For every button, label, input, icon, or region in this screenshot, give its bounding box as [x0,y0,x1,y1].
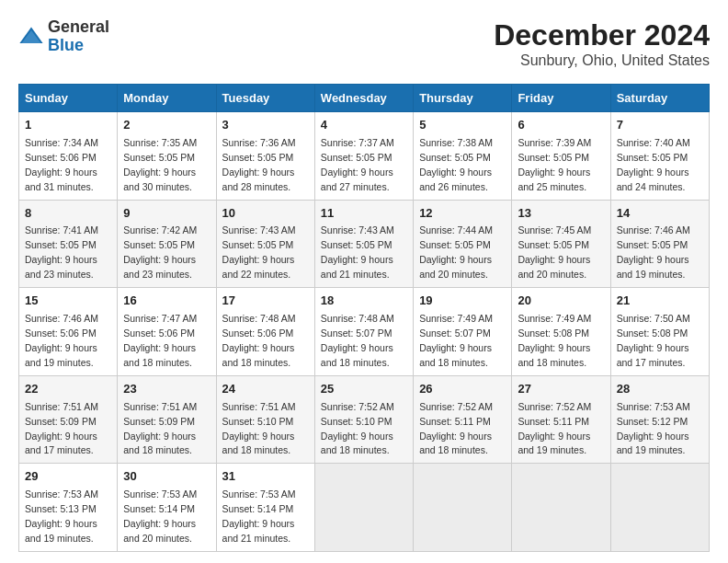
day-header-monday: Monday [118,85,216,112]
calendar-cell: 26 Sunrise: 7:52 AMSunset: 5:11 PMDaylig… [414,375,512,464]
day-sunrise: Sunrise: 7:46 AMSunset: 5:05 PMDaylight:… [617,224,690,280]
day-sunrise: Sunrise: 7:51 AMSunset: 5:09 PMDaylight:… [25,401,98,456]
day-number: 7 [617,117,703,134]
calendar-cell: 12 Sunrise: 7:44 AMSunset: 5:05 PMDaylig… [414,200,512,288]
calendar-cell: 7 Sunrise: 7:40 AMSunset: 5:05 PMDayligh… [610,112,709,201]
day-sunrise: Sunrise: 7:47 AMSunset: 5:06 PMDaylight:… [123,313,197,368]
day-number: 6 [518,117,604,134]
calendar-cell [414,464,512,552]
day-sunrise: Sunrise: 7:53 AMSunset: 5:14 PMDaylight:… [222,488,296,544]
day-number: 25 [321,381,407,398]
calendar-week-2: 8 Sunrise: 7:41 AMSunset: 5:05 PMDayligh… [19,200,710,288]
day-number: 22 [25,381,111,398]
day-number: 24 [222,381,309,398]
day-sunrise: Sunrise: 7:40 AMSunset: 5:05 PMDaylight:… [617,137,690,192]
calendar-cell [314,464,413,552]
day-sunrise: Sunrise: 7:36 AMSunset: 5:05 PMDaylight:… [222,137,296,192]
day-header-tuesday: Tuesday [216,85,314,112]
day-sunrise: Sunrise: 7:44 AMSunset: 5:05 PMDaylight:… [419,224,493,280]
calendar-cell: 4 Sunrise: 7:37 AMSunset: 5:05 PMDayligh… [314,112,413,201]
day-sunrise: Sunrise: 7:41 AMSunset: 5:05 PMDaylight:… [25,224,98,280]
day-sunrise: Sunrise: 7:45 AMSunset: 5:05 PMDaylight:… [518,224,591,280]
day-sunrise: Sunrise: 7:49 AMSunset: 5:08 PMDaylight:… [518,313,591,368]
day-sunrise: Sunrise: 7:48 AMSunset: 5:06 PMDaylight:… [222,313,296,368]
calendar-cell: 9 Sunrise: 7:42 AMSunset: 5:05 PMDayligh… [118,200,216,288]
logo-blue-text: Blue [48,36,84,54]
day-sunrise: Sunrise: 7:50 AMSunset: 5:08 PMDaylight:… [617,313,690,368]
day-number: 30 [123,468,210,486]
day-sunrise: Sunrise: 7:51 AMSunset: 5:10 PMDaylight:… [222,401,296,456]
day-sunrise: Sunrise: 7:53 AMSunset: 5:13 PMDaylight:… [25,488,98,544]
day-sunrise: Sunrise: 7:52 AMSunset: 5:11 PMDaylight:… [518,401,591,456]
days-row: SundayMondayTuesdayWednesdayThursdayFrid… [19,85,710,112]
day-sunrise: Sunrise: 7:53 AMSunset: 5:14 PMDaylight:… [123,488,197,544]
page-header: General Blue December 2024 Sunbury, Ohio… [18,18,710,69]
day-sunrise: Sunrise: 7:43 AMSunset: 5:05 PMDaylight:… [321,224,394,280]
day-number: 13 [518,205,604,223]
day-number: 17 [222,293,309,310]
logo-general-text: General [48,17,109,36]
title-block: December 2024 Sunbury, Ohio, United Stat… [494,18,710,69]
calendar-week-1: 1 Sunrise: 7:34 AMSunset: 5:06 PMDayligh… [19,112,710,201]
calendar-cell: 28 Sunrise: 7:53 AMSunset: 5:12 PMDaylig… [610,375,709,464]
calendar-cell [610,464,709,552]
day-sunrise: Sunrise: 7:48 AMSunset: 5:07 PMDaylight:… [321,313,394,368]
day-number: 27 [518,381,604,398]
calendar-cell: 5 Sunrise: 7:38 AMSunset: 5:05 PMDayligh… [414,112,512,201]
day-number: 23 [123,381,210,398]
calendar-cell: 10 Sunrise: 7:43 AMSunset: 5:05 PMDaylig… [216,200,314,288]
calendar-cell: 30 Sunrise: 7:53 AMSunset: 5:14 PMDaylig… [118,464,216,552]
day-number: 16 [123,293,210,310]
calendar-cell: 2 Sunrise: 7:35 AMSunset: 5:05 PMDayligh… [118,112,216,201]
day-number: 3 [222,117,309,134]
day-sunrise: Sunrise: 7:43 AMSunset: 5:05 PMDaylight:… [222,224,296,280]
calendar-cell: 16 Sunrise: 7:47 AMSunset: 5:06 PMDaylig… [118,288,216,376]
calendar-cell: 6 Sunrise: 7:39 AMSunset: 5:05 PMDayligh… [512,112,610,201]
day-header-wednesday: Wednesday [314,85,413,112]
calendar-cell: 18 Sunrise: 7:48 AMSunset: 5:07 PMDaylig… [314,288,413,376]
day-number: 20 [518,293,604,310]
calendar-title: December 2024 [494,18,710,52]
calendar-cell: 24 Sunrise: 7:51 AMSunset: 5:10 PMDaylig… [216,375,314,464]
calendar-cell: 29 Sunrise: 7:53 AMSunset: 5:13 PMDaylig… [19,464,118,552]
day-header-friday: Friday [512,85,610,112]
day-number: 1 [25,117,111,134]
calendar-cell: 11 Sunrise: 7:43 AMSunset: 5:05 PMDaylig… [314,200,413,288]
calendar-cell: 19 Sunrise: 7:49 AMSunset: 5:07 PMDaylig… [414,288,512,376]
calendar-cell: 1 Sunrise: 7:34 AMSunset: 5:06 PMDayligh… [19,112,118,201]
day-number: 14 [617,205,703,223]
day-number: 15 [25,293,111,310]
day-number: 9 [123,205,210,223]
calendar-week-4: 22 Sunrise: 7:51 AMSunset: 5:09 PMDaylig… [19,375,710,464]
day-number: 2 [123,117,210,134]
day-number: 4 [321,117,407,134]
calendar-cell: 31 Sunrise: 7:53 AMSunset: 5:14 PMDaylig… [216,464,314,552]
calendar-cell: 15 Sunrise: 7:46 AMSunset: 5:06 PMDaylig… [19,288,118,376]
day-sunrise: Sunrise: 7:38 AMSunset: 5:05 PMDaylight:… [419,137,493,192]
day-number: 5 [419,117,506,134]
calendar-cell: 14 Sunrise: 7:46 AMSunset: 5:05 PMDaylig… [610,200,709,288]
day-number: 21 [617,293,703,310]
day-sunrise: Sunrise: 7:52 AMSunset: 5:11 PMDaylight:… [419,401,493,456]
calendar-header: SundayMondayTuesdayWednesdayThursdayFrid… [19,85,710,112]
day-number: 11 [321,205,407,223]
day-number: 19 [419,293,506,310]
calendar-cell: 20 Sunrise: 7:49 AMSunset: 5:08 PMDaylig… [512,288,610,376]
day-sunrise: Sunrise: 7:53 AMSunset: 5:12 PMDaylight:… [617,401,690,456]
day-sunrise: Sunrise: 7:34 AMSunset: 5:06 PMDaylight:… [25,137,98,192]
day-number: 8 [25,205,111,223]
day-number: 26 [419,381,506,398]
logo-icon [18,24,44,50]
day-sunrise: Sunrise: 7:37 AMSunset: 5:05 PMDaylight:… [321,137,394,192]
day-sunrise: Sunrise: 7:39 AMSunset: 5:05 PMDaylight:… [518,137,591,192]
day-sunrise: Sunrise: 7:51 AMSunset: 5:09 PMDaylight:… [123,401,197,456]
calendar-cell: 25 Sunrise: 7:52 AMSunset: 5:10 PMDaylig… [314,375,413,464]
day-number: 28 [617,381,703,398]
day-number: 10 [222,205,309,223]
day-sunrise: Sunrise: 7:35 AMSunset: 5:05 PMDaylight:… [123,137,197,192]
calendar-cell: 22 Sunrise: 7:51 AMSunset: 5:09 PMDaylig… [19,375,118,464]
calendar-week-3: 15 Sunrise: 7:46 AMSunset: 5:06 PMDaylig… [19,288,710,376]
day-number: 12 [419,205,506,223]
day-sunrise: Sunrise: 7:52 AMSunset: 5:10 PMDaylight:… [321,401,394,456]
calendar-cell: 27 Sunrise: 7:52 AMSunset: 5:11 PMDaylig… [512,375,610,464]
